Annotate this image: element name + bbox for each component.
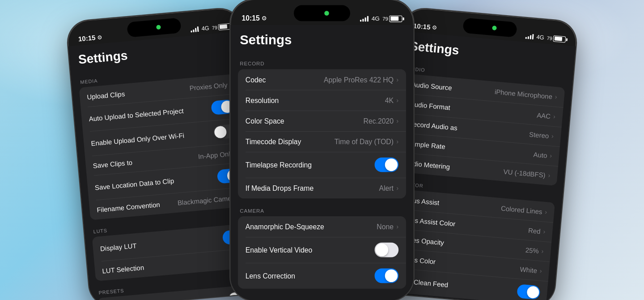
toggle-switch[interactable] (517, 284, 541, 300)
row-label: Focus Assist (402, 195, 501, 211)
chevron-icon: › (396, 138, 398, 146)
chevron-icon: › (548, 171, 551, 179)
row-value: Stereo (529, 130, 550, 140)
row-value: In-App Only (198, 150, 233, 160)
row-label: If Media Drops Frame (246, 184, 379, 192)
row-label: Enable Upload Only Over Wi-Fi (91, 129, 214, 147)
battery-icon (553, 35, 566, 43)
row-value: Alert (379, 184, 394, 192)
signal-bars (525, 33, 534, 39)
settings-row: Enable Vertical Video (238, 237, 406, 263)
chevron-icon: › (396, 117, 398, 125)
row-label: Save Clips to (93, 153, 199, 170)
row-label: Codec (246, 76, 324, 84)
settings-row: Lens Correction (238, 263, 406, 289)
person-icon: ⊙ (97, 34, 102, 40)
row-value: Apple ProRes 422 HQ (324, 76, 394, 84)
row-value: None (377, 223, 394, 231)
chevron-icon: › (543, 228, 546, 235)
row-label: Save Location Data to Clip (94, 173, 217, 192)
row-value: Colored Lines (501, 204, 543, 215)
row-value: Blackmagic Camera (177, 193, 237, 206)
status-time: 10:15⊙ (78, 33, 102, 43)
row-label: Lens Correction (246, 272, 375, 280)
settings-row: Timelapse Recording (238, 152, 406, 178)
chevron-icon: › (396, 223, 398, 231)
dynamic-island (294, 5, 350, 21)
chevron-icon: › (551, 133, 554, 140)
row-label: Anamorphic De-Squeeze (246, 223, 377, 231)
camera-indicator (324, 11, 329, 15)
settings-row[interactable]: If Media Drops FrameAlert› (238, 178, 406, 198)
row-value: Auto (533, 150, 547, 159)
row-value: VU (-18dBFS) (503, 167, 546, 179)
row-value: 25% (525, 246, 539, 255)
settings-row[interactable]: Color SpaceRec.2020› (238, 111, 406, 131)
settings-row[interactable]: CodecApple ProRes 422 HQ› (238, 69, 406, 90)
status-icons: 4G79 (191, 23, 231, 33)
row-value: AAC (537, 111, 551, 120)
network-type: 4G (201, 25, 210, 32)
settings-group: Audio SourceiPhone Microphone›Audio Form… (397, 74, 565, 186)
battery-icon (389, 15, 402, 22)
settings-row[interactable]: Resolution4K› (238, 90, 406, 111)
section-header: RECORD (230, 55, 414, 69)
battery-icon (218, 23, 231, 30)
phone-center: 10:15⊙4G79SettingsRECORDCodecApple ProRe… (230, 0, 414, 300)
chevron-icon: › (541, 248, 544, 255)
settings-group: Upload ClipsProxies Only›Auto Upload to … (79, 74, 250, 220)
network-type: 4G (536, 34, 545, 41)
chevron-icon: › (545, 208, 547, 215)
time-display: 10:15 (242, 14, 259, 22)
toggle-switch[interactable] (375, 243, 399, 257)
chevron-icon: › (553, 113, 555, 120)
status-time: 10:15⊙ (413, 22, 437, 32)
status-icons: 4G79 (360, 15, 402, 22)
signal-bars (191, 26, 199, 32)
row-label: Audio Metering (405, 159, 504, 175)
row-label: Enable Vertical Video (246, 246, 375, 254)
row-value: Proxies Only (189, 81, 228, 91)
time-display: 10:15 (413, 22, 431, 31)
row-value: Rec.2020 (364, 117, 394, 125)
battery-container: 79 (547, 34, 566, 43)
row-label: Auto Upload to Selected Project (89, 104, 212, 123)
chevron-icon: › (396, 96, 398, 104)
row-value: Time of Day (TOD) (335, 137, 394, 146)
camera-indicator (492, 26, 497, 30)
row-label: Timecode Display (246, 137, 335, 146)
chevron-icon: › (555, 93, 557, 100)
chevron-icon: › (396, 76, 398, 83)
toggle-switch[interactable] (375, 158, 399, 172)
network-type: 4G (372, 15, 380, 22)
row-value: 4K (385, 96, 394, 104)
camera-indicator (156, 25, 161, 30)
toggle-switch[interactable] (375, 269, 399, 283)
person-icon: ⊙ (262, 15, 267, 21)
phones-container: 10:15⊙4G79SettingsMEDIAUpload ClipsProxi… (60, 0, 584, 300)
screen: SettingsRECORDCodecApple ProRes 422 HQ›R… (230, 25, 414, 300)
screen-content: SettingsRECORDCodecApple ProRes 422 HQ›R… (230, 25, 414, 300)
row-value: iPhone Microphone (494, 88, 552, 100)
person-icon: ⊙ (432, 24, 437, 31)
settings-row[interactable]: Anamorphic De-SqueezeNone› (238, 216, 406, 237)
chevron-icon: › (396, 184, 398, 192)
row-label: Timelapse Recording (246, 161, 375, 169)
settings-group: Anamorphic De-SqueezeNone›Enable Vertica… (238, 216, 406, 289)
row-label: Resolution (246, 96, 385, 104)
battery-percentage: 79 (382, 16, 388, 21)
row-label: Filename Convention (97, 199, 178, 214)
settings-row[interactable]: Timecode DisplayTime of Day (TOD)› (238, 131, 406, 152)
battery-percentage: 79 (212, 25, 217, 30)
time-display: 10:15 (78, 34, 96, 43)
row-value: Red (528, 226, 541, 235)
signal-bars (360, 16, 369, 21)
chevron-icon: › (539, 267, 542, 274)
row-label: Color Space (246, 117, 364, 125)
row-label: Display LUT (100, 234, 223, 253)
page-title: Settings (230, 33, 414, 55)
battery-container: 79 (382, 15, 402, 22)
settings-group: CodecApple ProRes 422 HQ›Resolution4K›Co… (238, 69, 406, 198)
section-header: CAMERA (230, 202, 414, 217)
row-label: Upload Clips (87, 84, 190, 101)
